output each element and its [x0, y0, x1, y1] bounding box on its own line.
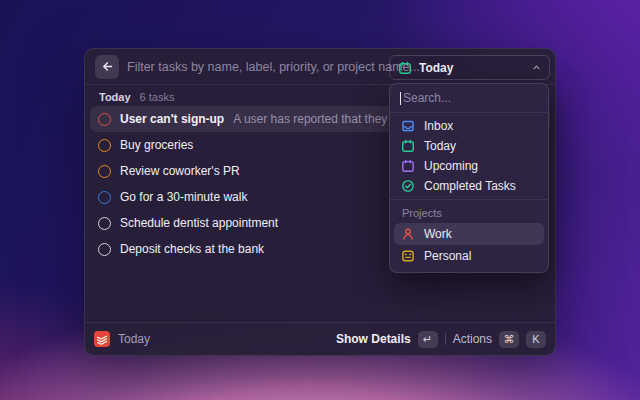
priority-circle-icon[interactable] [98, 113, 111, 126]
calendar-icon [401, 159, 415, 173]
footer-actions: Show Details ↵ Actions ⌘ K [336, 331, 546, 348]
priority-circle-icon[interactable] [98, 217, 111, 230]
priority-circle-icon[interactable] [98, 243, 111, 256]
dropdown-item-inbox[interactable]: Inbox [394, 116, 544, 136]
command-key-icon: ⌘ [499, 331, 519, 348]
header: Filter tasks by name, label, priority, o… [85, 49, 555, 85]
chevron-up-icon [532, 63, 541, 72]
view-selector-dropdown: Search... Inbox Today Upcoming [389, 83, 549, 273]
actions-button[interactable]: Actions [453, 332, 492, 346]
dropdown-search-input[interactable]: Search... [390, 84, 548, 113]
projects-group: Work Personal [390, 223, 548, 267]
footer: Today Show Details ↵ Actions ⌘ K [85, 322, 555, 355]
text-cursor [400, 92, 401, 105]
task-section-header: Today 6 tasks [99, 91, 174, 103]
dropdown-item-personal[interactable]: Personal [394, 245, 544, 267]
check-circle-icon [401, 179, 415, 193]
return-key-icon: ↵ [418, 331, 438, 348]
k-key-icon: K [526, 331, 546, 348]
arrow-left-icon [101, 60, 114, 73]
dropdown-item-upcoming[interactable]: Upcoming [394, 156, 544, 176]
dropdown-item-today[interactable]: Today [394, 136, 544, 156]
face-square-icon [401, 249, 415, 263]
priority-circle-icon[interactable] [98, 165, 111, 178]
show-details-button[interactable]: Show Details [336, 332, 411, 346]
person-icon [401, 227, 415, 241]
views-group: Inbox Today Upcoming Completed Tasks [390, 113, 548, 200]
calendar-icon [401, 139, 415, 153]
view-selector-button[interactable]: Today [389, 55, 550, 80]
section-task-count: 6 tasks [140, 91, 175, 103]
command-palette-window: Filter tasks by name, label, priority, o… [84, 48, 556, 356]
footer-context-label: Today [118, 332, 150, 346]
dropdown-item-completed-tasks[interactable]: Completed Tasks [394, 176, 544, 196]
projects-section-label: Projects [402, 207, 548, 219]
calendar-icon [398, 61, 412, 75]
dropdown-item-work[interactable]: Work [394, 223, 544, 245]
footer-divider [445, 333, 446, 345]
back-button[interactable] [95, 55, 119, 79]
priority-circle-icon[interactable] [98, 191, 111, 204]
priority-circle-icon[interactable] [98, 139, 111, 152]
todoist-logo-icon [94, 331, 110, 347]
section-title: Today [99, 91, 131, 103]
view-selector-label: Today [419, 61, 453, 75]
inbox-icon [401, 119, 415, 133]
